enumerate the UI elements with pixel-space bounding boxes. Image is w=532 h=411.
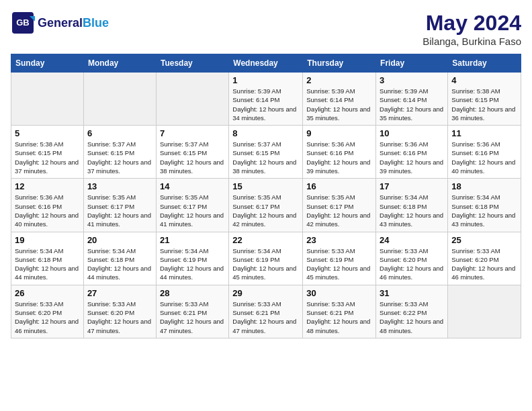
table-row: 5Sunrise: 5:38 AMSunset: 6:15 PMDaylight… bbox=[11, 126, 84, 179]
day-number: 7 bbox=[160, 128, 225, 138]
table-row bbox=[448, 285, 521, 338]
title-block: May 2024 Bilanga, Burkina Faso bbox=[423, 11, 521, 47]
table-row: 22Sunrise: 5:34 AMSunset: 6:19 PMDayligh… bbox=[229, 232, 303, 285]
day-info: Sunrise: 5:33 AMSunset: 6:20 PMDaylight:… bbox=[451, 246, 517, 282]
day-info: Sunrise: 5:35 AMSunset: 6:17 PMDaylight:… bbox=[232, 193, 299, 228]
header-sunday: Sunday bbox=[11, 54, 84, 73]
table-row: 20Sunrise: 5:34 AMSunset: 6:18 PMDayligh… bbox=[83, 232, 156, 285]
logo-blue-text: Blue bbox=[83, 16, 109, 30]
day-info: Sunrise: 5:35 AMSunset: 6:17 PMDaylight:… bbox=[87, 193, 152, 228]
day-info: Sunrise: 5:36 AMSunset: 6:16 PMDaylight:… bbox=[451, 140, 517, 175]
calendar-header-row: Sunday Monday Tuesday Wednesday Thursday… bbox=[11, 54, 521, 73]
table-row: 6Sunrise: 5:37 AMSunset: 6:15 PMDaylight… bbox=[83, 126, 156, 179]
logo: GB GeneralBlue bbox=[11, 11, 109, 35]
logo-icon: GB bbox=[11, 11, 35, 35]
day-number: 16 bbox=[306, 181, 372, 191]
day-number: 4 bbox=[451, 75, 517, 85]
table-row: 31Sunrise: 5:33 AMSunset: 6:22 PMDayligh… bbox=[376, 285, 448, 338]
calendar-week-row: 12Sunrise: 5:36 AMSunset: 6:16 PMDayligh… bbox=[11, 179, 521, 232]
day-number: 14 bbox=[160, 181, 225, 191]
calendar-week-row: 19Sunrise: 5:34 AMSunset: 6:18 PMDayligh… bbox=[11, 232, 521, 285]
day-info: Sunrise: 5:33 AMSunset: 6:20 PMDaylight:… bbox=[87, 300, 152, 335]
day-info: Sunrise: 5:37 AMSunset: 6:15 PMDaylight:… bbox=[160, 140, 225, 175]
header-tuesday: Tuesday bbox=[156, 54, 228, 73]
day-info: Sunrise: 5:39 AMSunset: 6:14 PMDaylight:… bbox=[380, 87, 444, 122]
day-info: Sunrise: 5:34 AMSunset: 6:18 PMDaylight:… bbox=[87, 246, 152, 282]
header-saturday: Saturday bbox=[448, 54, 521, 73]
day-number: 12 bbox=[15, 181, 80, 191]
table-row: 15Sunrise: 5:35 AMSunset: 6:17 PMDayligh… bbox=[229, 179, 303, 232]
calendar-table: Sunday Monday Tuesday Wednesday Thursday… bbox=[11, 54, 521, 338]
day-info: Sunrise: 5:33 AMSunset: 6:21 PMDaylight:… bbox=[232, 300, 299, 335]
table-row: 3Sunrise: 5:39 AMSunset: 6:14 PMDaylight… bbox=[376, 73, 448, 126]
day-number: 17 bbox=[380, 181, 444, 191]
svg-text:GB: GB bbox=[16, 17, 30, 28]
day-info: Sunrise: 5:36 AMSunset: 6:16 PMDaylight:… bbox=[380, 140, 444, 175]
day-info: Sunrise: 5:33 AMSunset: 6:22 PMDaylight:… bbox=[380, 300, 444, 335]
table-row: 12Sunrise: 5:36 AMSunset: 6:16 PMDayligh… bbox=[11, 179, 84, 232]
day-info: Sunrise: 5:38 AMSunset: 6:15 PMDaylight:… bbox=[15, 140, 80, 175]
day-number: 3 bbox=[380, 75, 444, 85]
table-row: 17Sunrise: 5:34 AMSunset: 6:18 PMDayligh… bbox=[376, 179, 448, 232]
day-info: Sunrise: 5:37 AMSunset: 6:15 PMDaylight:… bbox=[232, 140, 299, 175]
table-row: 18Sunrise: 5:34 AMSunset: 6:18 PMDayligh… bbox=[448, 179, 521, 232]
table-row: 24Sunrise: 5:33 AMSunset: 6:20 PMDayligh… bbox=[376, 232, 448, 285]
day-number: 15 bbox=[232, 181, 299, 191]
table-row: 25Sunrise: 5:33 AMSunset: 6:20 PMDayligh… bbox=[448, 232, 521, 285]
day-number: 22 bbox=[232, 235, 299, 245]
table-row: 9Sunrise: 5:36 AMSunset: 6:16 PMDaylight… bbox=[303, 126, 376, 179]
day-info: Sunrise: 5:34 AMSunset: 6:18 PMDaylight:… bbox=[380, 193, 444, 228]
day-info: Sunrise: 5:37 AMSunset: 6:15 PMDaylight:… bbox=[87, 140, 152, 175]
table-row bbox=[11, 73, 84, 126]
day-number: 19 bbox=[15, 235, 80, 245]
table-row: 23Sunrise: 5:33 AMSunset: 6:19 PMDayligh… bbox=[303, 232, 376, 285]
location-title: Bilanga, Burkina Faso bbox=[423, 36, 521, 47]
day-info: Sunrise: 5:33 AMSunset: 6:20 PMDaylight:… bbox=[15, 300, 80, 335]
header-wednesday: Wednesday bbox=[229, 54, 303, 73]
day-number: 31 bbox=[380, 288, 444, 298]
table-row: 10Sunrise: 5:36 AMSunset: 6:16 PMDayligh… bbox=[376, 126, 448, 179]
day-number: 1 bbox=[232, 75, 299, 85]
day-number: 25 bbox=[451, 235, 517, 245]
day-number: 10 bbox=[380, 128, 444, 138]
page-header: GB GeneralBlue May 2024 Bilanga, Burkina… bbox=[11, 11, 521, 47]
table-row: 1Sunrise: 5:39 AMSunset: 6:14 PMDaylight… bbox=[229, 73, 303, 126]
day-info: Sunrise: 5:34 AMSunset: 6:19 PMDaylight:… bbox=[232, 246, 299, 282]
day-info: Sunrise: 5:36 AMSunset: 6:16 PMDaylight:… bbox=[306, 140, 372, 175]
table-row: 29Sunrise: 5:33 AMSunset: 6:21 PMDayligh… bbox=[229, 285, 303, 338]
table-row: 4Sunrise: 5:38 AMSunset: 6:15 PMDaylight… bbox=[448, 73, 521, 126]
day-number: 24 bbox=[380, 235, 444, 245]
table-row: 13Sunrise: 5:35 AMSunset: 6:17 PMDayligh… bbox=[83, 179, 156, 232]
table-row: 28Sunrise: 5:33 AMSunset: 6:21 PMDayligh… bbox=[156, 285, 228, 338]
table-row: 7Sunrise: 5:37 AMSunset: 6:15 PMDaylight… bbox=[156, 126, 228, 179]
day-info: Sunrise: 5:38 AMSunset: 6:15 PMDaylight:… bbox=[451, 87, 517, 122]
day-number: 27 bbox=[87, 288, 152, 298]
month-title: May 2024 bbox=[423, 11, 521, 36]
table-row: 26Sunrise: 5:33 AMSunset: 6:20 PMDayligh… bbox=[11, 285, 84, 338]
table-row: 8Sunrise: 5:37 AMSunset: 6:15 PMDaylight… bbox=[229, 126, 303, 179]
day-number: 28 bbox=[160, 288, 225, 298]
day-info: Sunrise: 5:33 AMSunset: 6:21 PMDaylight:… bbox=[160, 300, 225, 335]
day-number: 6 bbox=[87, 128, 152, 138]
logo-general: General bbox=[38, 16, 83, 30]
day-number: 11 bbox=[451, 128, 517, 138]
table-row: 11Sunrise: 5:36 AMSunset: 6:16 PMDayligh… bbox=[448, 126, 521, 179]
header-friday: Friday bbox=[376, 54, 448, 73]
logo-text: GeneralBlue bbox=[38, 17, 109, 29]
day-info: Sunrise: 5:34 AMSunset: 6:18 PMDaylight:… bbox=[451, 193, 517, 228]
day-number: 20 bbox=[87, 235, 152, 245]
day-number: 9 bbox=[306, 128, 372, 138]
calendar-week-row: 1Sunrise: 5:39 AMSunset: 6:14 PMDaylight… bbox=[11, 73, 521, 126]
day-info: Sunrise: 5:36 AMSunset: 6:16 PMDaylight:… bbox=[15, 193, 80, 228]
day-number: 8 bbox=[232, 128, 299, 138]
day-number: 5 bbox=[15, 128, 80, 138]
day-number: 30 bbox=[306, 288, 372, 298]
table-row: 2Sunrise: 5:39 AMSunset: 6:14 PMDaylight… bbox=[303, 73, 376, 126]
day-number: 26 bbox=[15, 288, 80, 298]
day-info: Sunrise: 5:33 AMSunset: 6:19 PMDaylight:… bbox=[306, 246, 372, 282]
table-row: 19Sunrise: 5:34 AMSunset: 6:18 PMDayligh… bbox=[11, 232, 84, 285]
day-number: 29 bbox=[232, 288, 299, 298]
table-row: 14Sunrise: 5:35 AMSunset: 6:17 PMDayligh… bbox=[156, 179, 228, 232]
table-row bbox=[156, 73, 228, 126]
day-number: 2 bbox=[306, 75, 372, 85]
